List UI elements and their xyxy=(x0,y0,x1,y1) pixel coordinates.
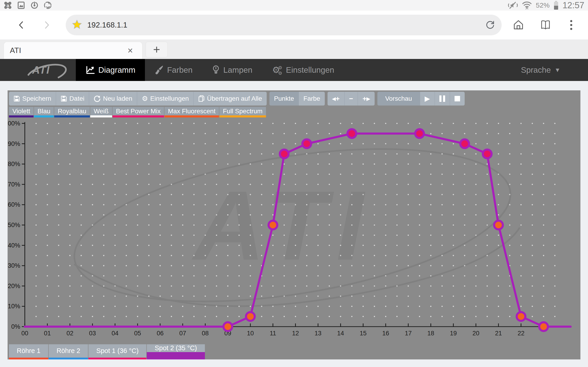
refresh-icon[interactable] xyxy=(485,19,496,31)
chart-point-19-5[interactable] xyxy=(460,140,469,148)
floppy-icon xyxy=(14,95,20,102)
channel-tab-best-power-mix[interactable]: Best Power Mix xyxy=(112,107,164,117)
lamp-tab-r-hre-1[interactable]: Röhre 1 xyxy=(9,344,48,359)
svg-text:ATI: ATI xyxy=(190,170,373,281)
language-menu[interactable]: Sprache ▼ xyxy=(521,59,561,81)
chart-point-21[interactable] xyxy=(494,221,503,229)
tab-title: ATI xyxy=(10,46,124,55)
vibrate-mute-icon xyxy=(508,1,518,10)
schedule-chart[interactable]: ATI0%10%20%30%40%50%60%70%80%90%100%0001… xyxy=(8,117,580,359)
pause-icon xyxy=(439,95,445,102)
chart-point-12-5[interactable] xyxy=(303,140,311,148)
lamp-tab-spot-1-36-c[interactable]: Spot 1 (36 °C) xyxy=(88,344,146,359)
minus-icon: − xyxy=(349,95,353,102)
chart-icon xyxy=(86,65,95,75)
x-tick-label: 10 xyxy=(247,330,254,337)
chart-point-23[interactable] xyxy=(539,322,548,331)
y-tick-label: 70% xyxy=(8,181,20,188)
nav-item-farben[interactable]: Farben xyxy=(145,59,202,81)
play-button[interactable]: ▶ xyxy=(420,92,435,106)
channel-tab-violett[interactable]: Violett xyxy=(9,107,34,117)
y-tick-label: 0% xyxy=(11,323,20,330)
bookmarks-button[interactable] xyxy=(537,17,553,33)
home-button[interactable] xyxy=(510,17,527,33)
tab-strip: ATI × + xyxy=(0,40,588,59)
browser-tab[interactable]: ATI × xyxy=(4,42,142,59)
channel-tab-max-fluorescent[interactable]: Max Fluorescent xyxy=(164,107,219,117)
lamp-tab-spot-2-35-c[interactable]: Spot 2 (35 °C) xyxy=(147,344,205,359)
svg-text:⚙: ⚙ xyxy=(278,65,282,70)
chart-toolbar: Speichern Datei Neu laden ⚙ Einstellunge… xyxy=(9,92,465,106)
x-tick-label: 06 xyxy=(157,330,164,337)
nav-item-lampen[interactable]: Lampen xyxy=(202,59,262,81)
lamp-tab-r-hre-2[interactable]: Röhre 2 xyxy=(49,344,88,359)
color-button[interactable]: Farbe xyxy=(299,92,325,106)
channel-tabs: ViolettBlauRoyalblauWeißBest Power MixMa… xyxy=(9,107,267,117)
x-tick-label: 14 xyxy=(337,330,344,337)
browser-toolbar: 192.168.1.1 xyxy=(0,10,588,40)
battery-icon xyxy=(553,1,559,10)
bulb-icon xyxy=(212,65,220,75)
reload-button[interactable]: Neu laden xyxy=(89,92,137,106)
y-tick-label: 80% xyxy=(8,161,20,167)
floppy-icon xyxy=(61,95,67,102)
save-button[interactable]: Speichern xyxy=(9,92,56,106)
x-tick-label: 04 xyxy=(112,330,119,337)
timer-icon xyxy=(30,1,39,9)
chart-point-22[interactable] xyxy=(517,312,525,321)
x-tick-label: 21 xyxy=(495,330,502,337)
insert-point-left-button[interactable]: ◂+ xyxy=(328,92,345,106)
forward-button[interactable] xyxy=(39,17,55,33)
svg-text:⚙: ⚙ xyxy=(278,71,282,75)
tab-close-icon[interactable]: × xyxy=(124,45,136,56)
svg-text:ATI: ATI xyxy=(32,64,50,76)
points-button[interactable]: Punkte xyxy=(269,92,299,106)
x-tick-label: 02 xyxy=(66,330,73,337)
settings-button[interactable]: ⚙ Einstellungen xyxy=(137,92,194,106)
chart-point-11[interactable] xyxy=(268,221,277,229)
channel-tab-full-spectrum[interactable]: Full Spectrum xyxy=(219,107,266,117)
chart-point-20-5[interactable] xyxy=(483,150,492,158)
nav-item-einstellungen[interactable]: ⚙ ⚙ ⚙ Einstellungen xyxy=(262,59,344,81)
x-tick-label: 17 xyxy=(405,330,412,337)
remove-point-button[interactable]: − xyxy=(345,92,358,106)
nav-item-diagramm[interactable]: Diagramm xyxy=(76,59,145,81)
status-bar: a xyxy=(0,0,588,10)
url-text[interactable]: 192.168.1.1 xyxy=(87,21,485,29)
y-tick-label: 10% xyxy=(8,303,20,310)
y-tick-label: 30% xyxy=(8,262,20,269)
channel-tab-wei[interactable]: Weiß xyxy=(90,107,112,117)
menu-button[interactable] xyxy=(563,17,579,33)
file-button[interactable]: Datei xyxy=(56,92,89,106)
chart-point-9[interactable] xyxy=(224,322,232,331)
battery-percent: 52% xyxy=(536,1,550,9)
svg-text:a: a xyxy=(6,3,9,8)
y-tick-label: 20% xyxy=(8,283,20,290)
stop-button[interactable] xyxy=(450,92,465,106)
x-tick-label: 11 xyxy=(270,330,276,337)
play-icon: ▶ xyxy=(425,95,430,102)
chevron-down-icon: ▼ xyxy=(554,67,561,74)
back-button[interactable] xyxy=(13,17,29,33)
brush-icon xyxy=(155,65,164,75)
y-tick-label: 60% xyxy=(8,201,20,208)
stop-icon xyxy=(455,96,460,101)
new-tab-button[interactable]: + xyxy=(146,42,168,57)
transfer-all-button[interactable]: Übertragen auf Alle xyxy=(194,92,267,106)
channel-tab-blau[interactable]: Blau xyxy=(34,107,54,117)
insert-point-right-button[interactable]: +▸ xyxy=(358,92,375,106)
chart-point-11-5[interactable] xyxy=(280,150,288,158)
x-tick-label: 18 xyxy=(427,330,434,337)
gears-icon: ⚙ ⚙ ⚙ xyxy=(272,65,283,75)
url-bar[interactable]: 192.168.1.1 xyxy=(66,15,502,35)
chart-point-14-5[interactable] xyxy=(347,129,356,138)
chart-point-10[interactable] xyxy=(246,312,255,321)
chart-point-17-5[interactable] xyxy=(415,129,424,138)
ati-logo: ATI xyxy=(21,59,76,81)
pause-button[interactable] xyxy=(435,92,450,106)
channel-tab-royalblau[interactable]: Royalblau xyxy=(54,107,90,117)
x-tick-label: 07 xyxy=(179,330,186,337)
preview-button[interactable]: Vorschau xyxy=(377,92,420,106)
clock: 12:57 xyxy=(562,0,584,10)
bookmark-star-icon[interactable] xyxy=(72,19,82,31)
